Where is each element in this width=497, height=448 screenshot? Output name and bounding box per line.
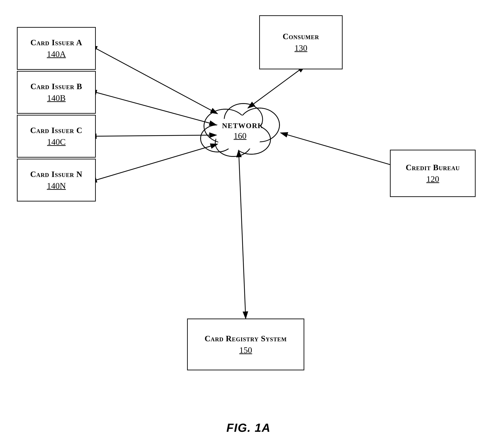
svg-point-10 — [204, 109, 247, 143]
card-issuer-c-network-arrow — [96, 135, 216, 136]
card-issuer-n-box: Card Issuer N 140N — [17, 159, 96, 202]
card-issuer-n-network-arrow — [96, 144, 218, 180]
card-issuer-c-id: 140C — [47, 137, 66, 147]
consumer-id: 130 — [295, 43, 308, 53]
card-issuer-c-box: Card Issuer C 140C — [17, 115, 96, 158]
card-issuer-a-box: Card Issuer A 140A — [17, 27, 96, 70]
svg-point-6 — [232, 125, 271, 154]
card-issuer-b-network-arrow — [96, 92, 216, 125]
credit-bureau-id: 120 — [427, 174, 439, 184]
card-issuer-n-label: Card Issuer N — [30, 170, 83, 179]
card-issuer-b-label: Card Issuer B — [30, 82, 82, 91]
card-registry-id: 150 — [239, 345, 252, 355]
svg-point-5 — [239, 108, 279, 142]
card-issuer-a-id: 140A — [47, 49, 66, 59]
card-registry-label: Card Registry System — [205, 334, 287, 343]
svg-point-8 — [201, 125, 234, 152]
network-registry-arrow — [239, 157, 246, 319]
consumer-box: Consumer 130 — [259, 15, 343, 69]
svg-point-15 — [201, 125, 234, 152]
card-registry-box: Card Registry System 150 — [187, 319, 304, 370]
card-issuer-n-id: 140N — [47, 181, 66, 191]
svg-point-16 — [215, 115, 263, 150]
consumer-label: Consumer — [283, 32, 319, 41]
credit-bureau-label: Credit Bureau — [406, 163, 460, 172]
svg-point-3 — [204, 109, 247, 143]
svg-point-7 — [215, 129, 251, 157]
svg-point-14 — [215, 129, 251, 157]
credit-bureau-box: Credit Bureau 120 — [390, 150, 476, 197]
svg-point-13 — [232, 125, 271, 154]
network-cloud-label: NETWORK 160 — [222, 122, 258, 141]
network-cloud — [201, 104, 279, 157]
card-issuer-c-label: Card Issuer C — [30, 126, 83, 135]
diagram: Consumer 130 Credit Bureau 120 Card Regi… — [0, 0, 497, 448]
card-issuer-b-id: 140B — [47, 93, 66, 103]
figure-label: FIG. 1A — [226, 421, 271, 434]
card-issuer-a-label: Card Issuer A — [30, 38, 82, 47]
svg-point-12 — [239, 108, 279, 142]
consumer-network-arrow — [248, 70, 300, 108]
svg-point-9 — [214, 115, 264, 151]
svg-point-11 — [224, 104, 263, 135]
svg-point-4 — [224, 104, 263, 135]
card-issuer-a-network-arrow — [96, 48, 218, 114]
card-issuer-b-box: Card Issuer B 140B — [17, 71, 96, 114]
